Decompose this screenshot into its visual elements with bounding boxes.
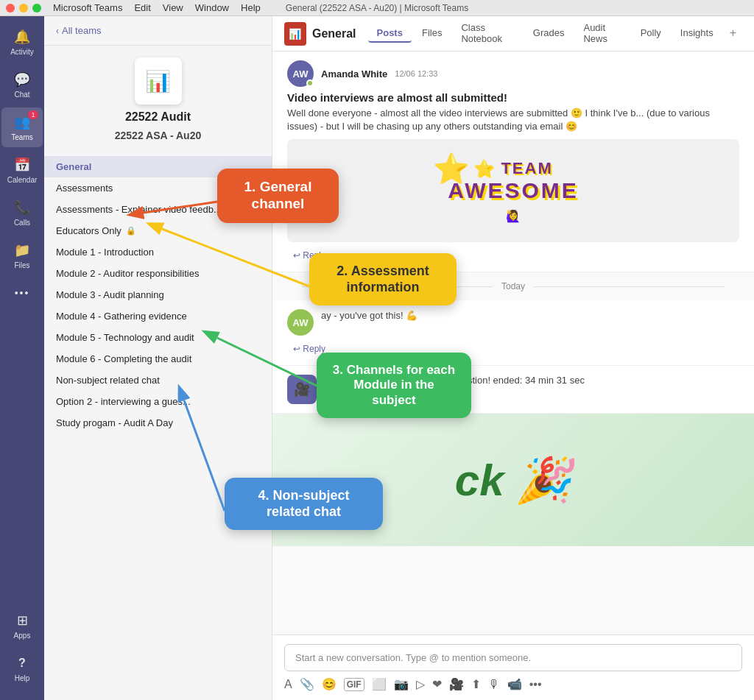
video-call-item: 🎥 Monday drop in - come ask a question! … <box>272 366 754 414</box>
channel-header: ‹ All teams <box>44 16 272 46</box>
tab-audit-news[interactable]: Audit News <box>574 19 630 49</box>
channel-item-module5[interactable]: Module 5 - Technology and audit <box>44 327 272 348</box>
sidebar-label-teams: Teams <box>11 133 32 141</box>
menu-window[interactable]: Window <box>195 2 229 13</box>
sidebar-item-calendar[interactable]: 📅 Calendar <box>1 150 43 190</box>
channel-name-module4: Module 4 - Gathering evidence <box>56 311 187 322</box>
sidebar-bottom: ⊞ Apps ? Help <box>1 606 43 694</box>
date-divider: Today <box>272 272 754 300</box>
sidebar-item-activity[interactable]: 🔔 Activity <box>1 22 43 62</box>
channel-item-module3[interactable]: Module 3 - Audit planning <box>44 284 272 305</box>
close-dot[interactable] <box>6 4 15 13</box>
team-info: 📊 22522 Audit 22522 ASA - Au20 <box>44 46 272 153</box>
gif-tool[interactable]: GIF <box>344 678 364 691</box>
channel-list: General Assessments Assessments - Explai… <box>44 153 272 700</box>
message-header: AW Amanda White 12/06 12:33 <box>287 60 739 87</box>
main-content: 📊 General Posts Files Class Notebook Gra… <box>272 16 754 700</box>
channel-item-study-program[interactable]: Study progam - Audit A Day <box>44 412 272 434</box>
channel-name-non-subject: Non-subject related chat <box>56 375 160 386</box>
channel-item-module1[interactable]: Module 1 - Introduction <box>44 241 272 263</box>
sidebar-item-help[interactable]: ? Help <box>1 648 43 688</box>
channel-name-educators-only: Educators Only <box>56 225 121 236</box>
sidebar-item-apps[interactable]: ⊞ Apps <box>1 606 43 646</box>
sidebar-label-activity: Activity <box>10 48 34 56</box>
sidebar-item-teams[interactable]: 1 👥 Teams <box>1 107 43 147</box>
channel-item-module2[interactable]: Module 2 - Auditor responsibilities <box>44 263 272 284</box>
channel-title: General <box>312 27 356 40</box>
sidebar-label-apps: Apps <box>14 632 31 640</box>
format-text-tool[interactable]: A <box>284 678 292 691</box>
message-time: 12/06 12:33 <box>395 69 437 78</box>
maximize-dot[interactable] <box>32 4 41 13</box>
channel-name-module6: Module 6 - Completing the audit <box>56 353 191 364</box>
emoji-tool[interactable]: 😊 <box>322 677 337 691</box>
channel-item-non-subject[interactable]: Non-subject related chat <box>44 370 272 391</box>
message-image-area: ⭐ TEAM AWESOME ⭐ 🙋‍♀️ <box>287 139 739 242</box>
menu-help[interactable]: Help <box>241 2 261 13</box>
channel-item-module6[interactable]: Module 6 - Completing the audit <box>44 348 272 370</box>
channel-item-educators-only[interactable]: Educators Only 🔒 <box>44 220 272 241</box>
channel-team-icon: 📊 <box>284 22 306 46</box>
sidebar-item-files[interactable]: 📁 Files <box>1 236 43 275</box>
menu-teams[interactable]: Microsoft Teams <box>53 2 122 13</box>
sticker-tool[interactable]: ⬜ <box>372 677 387 691</box>
camera-tool[interactable]: 🎥 <box>449 677 464 691</box>
mac-window-controls[interactable] <box>6 4 41 13</box>
activity-icon: 🔔 <box>13 28 31 46</box>
tab-files[interactable]: Files <box>413 24 451 43</box>
compose-input[interactable]: Start a new conversation. Type @ to ment… <box>284 644 742 671</box>
sidebar-item-chat[interactable]: 💬 Chat <box>1 65 43 105</box>
tab-insights[interactable]: Insights <box>672 24 722 43</box>
reply-button-today[interactable]: ↩ Reply <box>287 342 739 356</box>
sidebar-label-calls: Calls <box>14 219 30 227</box>
today-message-body: ay - you've got this! 💪 <box>321 309 417 322</box>
more-tools[interactable]: ••• <box>529 678 542 691</box>
channel-item-assessments-explainer[interactable]: Assessments - Explainer video feedb... <box>44 199 272 220</box>
sidebar-label-help: Help <box>15 674 30 682</box>
share-tool[interactable]: ⬆ <box>471 677 481 691</box>
channel-item-option2[interactable]: Option 2 - interviewing a gues... <box>44 391 272 412</box>
channel-item-general[interactable]: General <box>44 156 272 177</box>
image-tool[interactable]: 📷 <box>394 677 409 691</box>
screen-share-tool[interactable]: 📹 <box>507 677 522 691</box>
tab-grades[interactable]: Grades <box>524 24 574 43</box>
reply-button-1[interactable]: ↩ Reply <box>287 248 739 263</box>
channel-name-assessments-explainer: Assessments - Explainer video feedb... <box>56 204 222 215</box>
channel-item-module4[interactable]: Module 4 - Gathering evidence <box>44 305 272 327</box>
message-sender: Amanda White <box>321 68 387 79</box>
channel-name-assessments: Assessments <box>56 183 113 194</box>
team-logo: 📊 <box>135 57 182 105</box>
calls-icon: 📞 <box>13 199 31 216</box>
lock-icon: 🔒 <box>126 226 136 236</box>
app-wrapper: 🔔 Activity 💬 Chat 1 👥 Teams 📅 Calendar 📞… <box>0 16 754 700</box>
calendar-icon: 📅 <box>13 156 31 174</box>
like-tool[interactable]: ❤ <box>432 677 442 691</box>
video-tool[interactable]: ▷ <box>416 677 425 691</box>
sidebar-label-files: Files <box>14 261 29 269</box>
back-to-teams-button[interactable]: ‹ All teams <box>56 25 101 36</box>
tab-class-notebook[interactable]: Class Notebook <box>452 19 522 49</box>
sidebar-label-chat: Chat <box>14 91 29 99</box>
mic-tool[interactable]: 🎙 <box>488 678 500 691</box>
today-message-item: AW ay - you've got this! 💪 ↩ Reply <box>272 300 754 366</box>
sidebar-item-calls[interactable]: 📞 Calls <box>1 193 43 233</box>
minimize-dot[interactable] <box>19 4 28 13</box>
team-subtitle: 22522 ASA - Au20 <box>115 130 202 141</box>
message-item: AW Amanda White 12/06 12:33 Video interv… <box>272 52 754 272</box>
mac-titlebar: Microsoft Teams Edit View Window Help Ge… <box>0 0 754 16</box>
channel-name-module5: Module 5 - Technology and audit <box>56 332 194 343</box>
add-tab-button[interactable]: + <box>724 24 742 44</box>
sidebar-item-more[interactable]: ••• <box>1 278 43 308</box>
video-reply-button[interactable]: ↩ Reply <box>325 390 585 400</box>
channel-name-module3: Module 3 - Audit planning <box>56 289 164 300</box>
menu-edit[interactable]: Edit <box>134 2 150 13</box>
tab-posts[interactable]: Posts <box>368 24 412 43</box>
team-name: 22522 Audit <box>125 110 191 124</box>
menu-view[interactable]: View <box>163 2 183 13</box>
mac-menu[interactable]: Microsoft Teams Edit View Window Help <box>53 2 261 13</box>
back-label: All teams <box>62 25 101 36</box>
tab-polly[interactable]: Polly <box>632 24 670 43</box>
channel-item-assessments[interactable]: Assessments <box>44 177 272 199</box>
more-icon: ••• <box>13 284 31 302</box>
attach-tool[interactable]: 📎 <box>300 677 314 691</box>
